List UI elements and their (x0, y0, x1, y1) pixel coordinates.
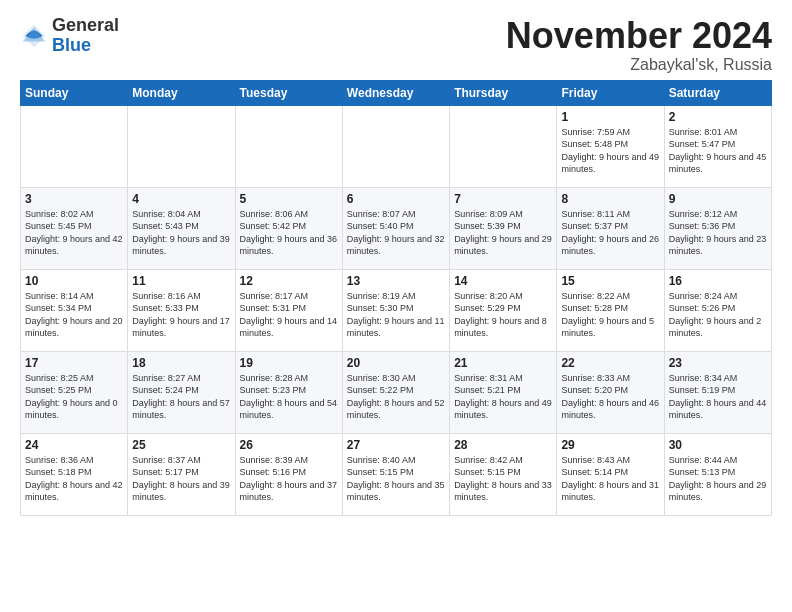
header-monday: Monday (128, 80, 235, 105)
day-number: 19 (240, 356, 338, 370)
day-info: Sunrise: 8:39 AM Sunset: 5:16 PM Dayligh… (240, 454, 338, 504)
day-number: 1 (561, 110, 659, 124)
calendar-cell: 2Sunrise: 8:01 AM Sunset: 5:47 PM Daylig… (664, 105, 771, 187)
day-number: 8 (561, 192, 659, 206)
day-info: Sunrise: 8:14 AM Sunset: 5:34 PM Dayligh… (25, 290, 123, 340)
day-number: 18 (132, 356, 230, 370)
day-number: 29 (561, 438, 659, 452)
calendar-cell: 25Sunrise: 8:37 AM Sunset: 5:17 PM Dayli… (128, 433, 235, 515)
calendar-cell: 3Sunrise: 8:02 AM Sunset: 5:45 PM Daylig… (21, 187, 128, 269)
day-number: 26 (240, 438, 338, 452)
header-friday: Friday (557, 80, 664, 105)
calendar-body: 1Sunrise: 7:59 AM Sunset: 5:48 PM Daylig… (21, 105, 772, 515)
calendar-cell: 8Sunrise: 8:11 AM Sunset: 5:37 PM Daylig… (557, 187, 664, 269)
day-info: Sunrise: 8:09 AM Sunset: 5:39 PM Dayligh… (454, 208, 552, 258)
header-thursday: Thursday (450, 80, 557, 105)
day-number: 7 (454, 192, 552, 206)
day-number: 15 (561, 274, 659, 288)
calendar-week-5: 24Sunrise: 8:36 AM Sunset: 5:18 PM Dayli… (21, 433, 772, 515)
day-info: Sunrise: 8:17 AM Sunset: 5:31 PM Dayligh… (240, 290, 338, 340)
calendar-week-1: 1Sunrise: 7:59 AM Sunset: 5:48 PM Daylig… (21, 105, 772, 187)
calendar-cell: 6Sunrise: 8:07 AM Sunset: 5:40 PM Daylig… (342, 187, 449, 269)
day-info: Sunrise: 8:06 AM Sunset: 5:42 PM Dayligh… (240, 208, 338, 258)
day-info: Sunrise: 8:36 AM Sunset: 5:18 PM Dayligh… (25, 454, 123, 504)
calendar-cell: 29Sunrise: 8:43 AM Sunset: 5:14 PM Dayli… (557, 433, 664, 515)
day-info: Sunrise: 8:02 AM Sunset: 5:45 PM Dayligh… (25, 208, 123, 258)
day-number: 6 (347, 192, 445, 206)
day-info: Sunrise: 8:11 AM Sunset: 5:37 PM Dayligh… (561, 208, 659, 258)
calendar-cell: 13Sunrise: 8:19 AM Sunset: 5:30 PM Dayli… (342, 269, 449, 351)
day-number: 20 (347, 356, 445, 370)
calendar-cell: 15Sunrise: 8:22 AM Sunset: 5:28 PM Dayli… (557, 269, 664, 351)
header-wednesday: Wednesday (342, 80, 449, 105)
day-info: Sunrise: 8:43 AM Sunset: 5:14 PM Dayligh… (561, 454, 659, 504)
calendar-cell (21, 105, 128, 187)
calendar-cell: 4Sunrise: 8:04 AM Sunset: 5:43 PM Daylig… (128, 187, 235, 269)
header-sunday: Sunday (21, 80, 128, 105)
title-block: November 2024 Zabaykal'sk, Russia (506, 16, 772, 74)
day-number: 13 (347, 274, 445, 288)
day-info: Sunrise: 8:30 AM Sunset: 5:22 PM Dayligh… (347, 372, 445, 422)
calendar-cell: 23Sunrise: 8:34 AM Sunset: 5:19 PM Dayli… (664, 351, 771, 433)
header-row: General Blue November 2024 Zabaykal'sk, … (20, 16, 772, 74)
header-tuesday: Tuesday (235, 80, 342, 105)
page: General Blue November 2024 Zabaykal'sk, … (0, 0, 792, 612)
calendar-cell: 1Sunrise: 7:59 AM Sunset: 5:48 PM Daylig… (557, 105, 664, 187)
day-info: Sunrise: 8:37 AM Sunset: 5:17 PM Dayligh… (132, 454, 230, 504)
logo: General Blue (20, 16, 119, 56)
day-info: Sunrise: 8:44 AM Sunset: 5:13 PM Dayligh… (669, 454, 767, 504)
calendar-cell: 12Sunrise: 8:17 AM Sunset: 5:31 PM Dayli… (235, 269, 342, 351)
day-number: 4 (132, 192, 230, 206)
day-info: Sunrise: 8:16 AM Sunset: 5:33 PM Dayligh… (132, 290, 230, 340)
day-info: Sunrise: 8:22 AM Sunset: 5:28 PM Dayligh… (561, 290, 659, 340)
day-number: 14 (454, 274, 552, 288)
calendar-cell: 24Sunrise: 8:36 AM Sunset: 5:18 PM Dayli… (21, 433, 128, 515)
day-number: 9 (669, 192, 767, 206)
day-info: Sunrise: 7:59 AM Sunset: 5:48 PM Dayligh… (561, 126, 659, 176)
calendar-cell (128, 105, 235, 187)
calendar-cell: 17Sunrise: 8:25 AM Sunset: 5:25 PM Dayli… (21, 351, 128, 433)
day-info: Sunrise: 8:28 AM Sunset: 5:23 PM Dayligh… (240, 372, 338, 422)
day-number: 21 (454, 356, 552, 370)
day-number: 2 (669, 110, 767, 124)
day-info: Sunrise: 8:04 AM Sunset: 5:43 PM Dayligh… (132, 208, 230, 258)
calendar-cell: 30Sunrise: 8:44 AM Sunset: 5:13 PM Dayli… (664, 433, 771, 515)
day-info: Sunrise: 8:31 AM Sunset: 5:21 PM Dayligh… (454, 372, 552, 422)
day-info: Sunrise: 8:20 AM Sunset: 5:29 PM Dayligh… (454, 290, 552, 340)
calendar-cell: 22Sunrise: 8:33 AM Sunset: 5:20 PM Dayli… (557, 351, 664, 433)
calendar-cell: 10Sunrise: 8:14 AM Sunset: 5:34 PM Dayli… (21, 269, 128, 351)
day-number: 22 (561, 356, 659, 370)
calendar-week-4: 17Sunrise: 8:25 AM Sunset: 5:25 PM Dayli… (21, 351, 772, 433)
calendar-cell: 26Sunrise: 8:39 AM Sunset: 5:16 PM Dayli… (235, 433, 342, 515)
calendar-cell: 16Sunrise: 8:24 AM Sunset: 5:26 PM Dayli… (664, 269, 771, 351)
day-number: 25 (132, 438, 230, 452)
calendar-week-2: 3Sunrise: 8:02 AM Sunset: 5:45 PM Daylig… (21, 187, 772, 269)
day-number: 27 (347, 438, 445, 452)
calendar-cell (235, 105, 342, 187)
day-number: 16 (669, 274, 767, 288)
calendar-cell: 27Sunrise: 8:40 AM Sunset: 5:15 PM Dayli… (342, 433, 449, 515)
day-info: Sunrise: 8:19 AM Sunset: 5:30 PM Dayligh… (347, 290, 445, 340)
calendar-cell: 7Sunrise: 8:09 AM Sunset: 5:39 PM Daylig… (450, 187, 557, 269)
day-number: 30 (669, 438, 767, 452)
calendar-cell: 11Sunrise: 8:16 AM Sunset: 5:33 PM Dayli… (128, 269, 235, 351)
weekday-header-row: Sunday Monday Tuesday Wednesday Thursday… (21, 80, 772, 105)
logo-text: General Blue (52, 16, 119, 56)
header-saturday: Saturday (664, 80, 771, 105)
day-info: Sunrise: 8:33 AM Sunset: 5:20 PM Dayligh… (561, 372, 659, 422)
calendar-cell (342, 105, 449, 187)
calendar-table: Sunday Monday Tuesday Wednesday Thursday… (20, 80, 772, 516)
day-number: 3 (25, 192, 123, 206)
calendar-cell: 18Sunrise: 8:27 AM Sunset: 5:24 PM Dayli… (128, 351, 235, 433)
month-title: November 2024 (506, 16, 772, 56)
day-number: 23 (669, 356, 767, 370)
calendar-week-3: 10Sunrise: 8:14 AM Sunset: 5:34 PM Dayli… (21, 269, 772, 351)
calendar-cell: 19Sunrise: 8:28 AM Sunset: 5:23 PM Dayli… (235, 351, 342, 433)
calendar-header: Sunday Monday Tuesday Wednesday Thursday… (21, 80, 772, 105)
day-number: 11 (132, 274, 230, 288)
day-info: Sunrise: 8:34 AM Sunset: 5:19 PM Dayligh… (669, 372, 767, 422)
calendar-cell: 14Sunrise: 8:20 AM Sunset: 5:29 PM Dayli… (450, 269, 557, 351)
calendar-cell: 28Sunrise: 8:42 AM Sunset: 5:15 PM Dayli… (450, 433, 557, 515)
calendar-cell: 9Sunrise: 8:12 AM Sunset: 5:36 PM Daylig… (664, 187, 771, 269)
day-number: 5 (240, 192, 338, 206)
